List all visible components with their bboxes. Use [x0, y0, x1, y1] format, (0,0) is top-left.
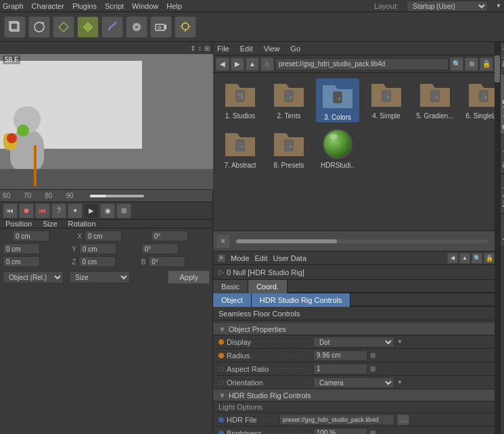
attr-subtab-object[interactable]: Object — [213, 293, 252, 307]
attr-orientation-arrow[interactable]: ▼ — [397, 379, 403, 385]
folder-row-2: 7. Abstract 8. Presets — [219, 128, 504, 169]
tl-help-btn[interactable]: ? — [51, 203, 66, 218]
attr-menu-icon[interactable]: ≡ — [217, 254, 225, 262]
side-tab-object[interactable]: Object — [501, 42, 504, 73]
folder-tents[interactable]: 2. Tents — [267, 78, 311, 122]
folder-colors[interactable]: 3. Colors — [316, 78, 359, 122]
cb-menu-go[interactable]: Go — [290, 45, 300, 53]
psr-px-input[interactable] — [12, 231, 49, 241]
attr-subtab-hdr[interactable]: HDR Studio Rig Controls — [252, 293, 351, 307]
toolbar-bend-btn[interactable] — [101, 16, 123, 38]
psr-sx-input[interactable] — [85, 231, 122, 241]
cb-menu-edit[interactable]: Edit — [240, 45, 253, 53]
psr-sy-input[interactable] — [79, 243, 116, 254]
cb-settings-btn[interactable]: ⚙ — [465, 57, 478, 71]
tl-prev-btn[interactable]: ⏮ — [3, 203, 18, 218]
cb-lock-btn[interactable]: 🔒 — [480, 57, 493, 71]
attr-display-arrow[interactable]: ▼ — [397, 339, 403, 345]
attr-hdr-file-val: … — [279, 414, 504, 425]
attr-menu-mode[interactable]: Mode — [231, 254, 250, 262]
tl-anim-btn[interactable]: ▶ — [84, 203, 99, 218]
tl-stop-btn[interactable]: ⏺ — [19, 203, 34, 218]
cb-size-slider[interactable] — [236, 239, 488, 243]
folder-abstract[interactable]: 7. Abstract — [219, 128, 262, 169]
attr-aspect-input[interactable] — [313, 364, 367, 375]
cb-up-btn[interactable]: ▲ — [246, 57, 259, 71]
folder-studios[interactable]: 1. Studios — [219, 78, 262, 122]
tl-next-btn[interactable]: ⊞ — [116, 203, 131, 218]
attr-seamless-floor-tab[interactable]: Seamless Floor Controls — [213, 307, 504, 320]
menu-help[interactable]: Help — [166, 2, 182, 10]
menu-graph[interactable]: Graph — [3, 2, 24, 10]
cb-back-btn[interactable]: ◀ — [216, 57, 229, 71]
attr-radius-adj[interactable]: ⊞ — [370, 352, 375, 359]
vp-icon2[interactable]: ↕ — [198, 45, 202, 52]
attr-search-btn[interactable]: 🔍 — [472, 253, 482, 264]
cb-home-btn[interactable]: ⌂ — [260, 57, 274, 71]
cb-menu-file[interactable]: File — [217, 45, 229, 53]
attr-orientation-select[interactable]: Camera — [313, 377, 394, 388]
psr-rz-input[interactable] — [148, 256, 185, 267]
attr-hdr-file-row: HDR File … — [213, 413, 504, 427]
side-tab-content-browser[interactable]: Content Browser — [501, 73, 504, 135]
menu-plugins[interactable]: Plugins — [72, 2, 97, 10]
toolbar-bulb-btn[interactable] — [175, 16, 196, 38]
attr-scrollbar[interactable] — [495, 42, 500, 434]
toolbar-rotate-btn[interactable] — [28, 16, 50, 38]
layout-arrow[interactable]: ▼ — [496, 3, 501, 9]
attr-aspect-adj[interactable]: ⊞ — [370, 365, 375, 372]
vp-icon1[interactable]: ⇕ — [190, 45, 196, 52]
viewport-scene-area[interactable]: 58 F — [0, 54, 213, 189]
menu-character[interactable]: Character — [32, 2, 64, 10]
attr-display-select[interactable]: Dot — [313, 337, 394, 347]
attr-hdr-file-input[interactable] — [279, 414, 394, 425]
toolbar-cube-btn[interactable] — [4, 16, 26, 38]
folder-hdr-studio[interactable]: HDRStudi.. — [316, 128, 359, 169]
tl-record-btn[interactable]: ◉ — [100, 203, 115, 218]
folder-presets[interactable]: 8. Presets — [267, 128, 311, 169]
psr-ry-input[interactable] — [141, 243, 179, 254]
attr-tab-coord[interactable]: Coord. — [248, 280, 288, 293]
attr-tab-basic[interactable]: Basic — [213, 280, 248, 293]
psr-pz-input[interactable] — [3, 256, 40, 267]
cb-thumb-list-icon[interactable]: ≡ — [216, 234, 231, 249]
attr-scrollbar-thumb[interactable] — [495, 55, 500, 82]
tl-play-btn[interactable]: ⏮ — [35, 203, 50, 218]
folder-hdr-studio-label: HDRStudi.. — [321, 162, 354, 169]
toolbar-move-btn[interactable] — [77, 16, 99, 38]
tl-add-btn[interactable]: ✦ — [68, 203, 83, 218]
attr-back-btn[interactable]: ◀ — [447, 253, 458, 264]
attr-menu-edit[interactable]: Edit — [255, 254, 268, 262]
psr-object-type-select[interactable]: Object (Rel.) — [3, 271, 64, 283]
folder-row-1: 1. Studios 2. Tents — [219, 78, 504, 122]
attr-hdr-file-btn[interactable]: … — [397, 414, 409, 425]
psr-sz-input[interactable] — [78, 256, 116, 267]
psr-py-input[interactable] — [3, 243, 40, 254]
toolbar-scale-btn[interactable] — [53, 16, 74, 38]
toolbar-obj1-btn[interactable] — [126, 16, 147, 38]
attr-brightness-input[interactable] — [313, 428, 367, 435]
apply-button[interactable]: Apply — [168, 270, 210, 284]
attr-lock-btn[interactable]: 🔒 — [484, 253, 495, 264]
cb-menu-view[interactable]: View — [264, 45, 280, 53]
toolbar-camera-btn[interactable] — [150, 16, 172, 38]
side-tab-attributes[interactable]: Attributes — [501, 174, 504, 214]
attr-radius-input[interactable] — [313, 350, 367, 361]
layout-dropdown[interactable]: Startup (User) — [407, 1, 488, 11]
attr-brightness-adj[interactable]: ⊞ — [370, 429, 375, 434]
attr-content: ▼ Object Properties Display Dot ▼ — [213, 320, 504, 434]
psr-size-type-select[interactable]: Size — [69, 271, 130, 283]
side-tab-layers[interactable]: Layers — [501, 214, 504, 245]
folder-simple[interactable]: 4. Simple — [365, 78, 408, 122]
attr-menu-user-data[interactable]: User Data — [273, 254, 307, 262]
psr-rx-input[interactable] — [151, 231, 188, 241]
cb-search-btn[interactable]: 🔍 — [450, 57, 463, 71]
vp-icon3[interactable]: ⊞ — [204, 45, 210, 52]
attr-fwd-btn[interactable]: ▲ — [459, 253, 470, 264]
cb-fwd-btn[interactable]: ▶ — [231, 57, 244, 71]
side-tab-structure[interactable]: Structure — [501, 135, 504, 174]
menu-script[interactable]: Script — [105, 2, 124, 10]
cb-menu-bar: File Edit View Go — [213, 42, 504, 55]
menu-window[interactable]: Window — [132, 2, 158, 10]
folder-gradients[interactable]: 5. Gradien... — [413, 78, 457, 122]
